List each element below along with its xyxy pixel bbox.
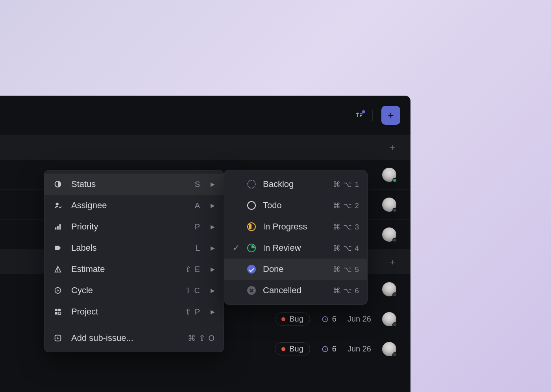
presence-dot [392, 178, 397, 183]
assignee-icon [53, 201, 63, 210]
menu-item-estimate[interactable]: Estimate⇧ E▶ [44, 259, 224, 280]
menu-item-shortcut: ⇧ P [185, 307, 200, 316]
chevron-right-icon: ▶ [211, 202, 215, 209]
status-option-label: In Review [263, 243, 326, 253]
chevron-right-icon: ▶ [211, 266, 215, 272]
indicator-dot [362, 110, 365, 113]
svg-rect-10 [55, 312, 57, 314]
menu-item-label: Assignee [71, 200, 186, 211]
toolbar [0, 96, 410, 135]
label-tag[interactable]: Bug [275, 312, 310, 325]
menu-item-label: Add sub-issue... [71, 333, 179, 343]
issue-date: Jun 26 [348, 344, 371, 353]
estimate-icon [53, 265, 63, 274]
menu-item-shortcut: L [196, 244, 200, 253]
chevron-right-icon: ▶ [211, 245, 215, 251]
cycle-number: 6 [332, 344, 337, 353]
toolbar-divider [372, 110, 373, 121]
status-option-label: Backlog [263, 179, 326, 189]
menu-item-shortcut: ⇧ C [185, 286, 200, 295]
svg-rect-9 [58, 309, 61, 311]
status-option-shortcut: ⌘ ⌥ 3 [333, 222, 359, 231]
menu-item-label: Labels [71, 243, 187, 253]
menu-item-project[interactable]: Project⇧ P▶ [44, 301, 224, 322]
presence-dot [392, 238, 397, 242]
menu-item-cycle[interactable]: Cycle⇧ C▶ [44, 280, 224, 301]
chevron-right-icon: ▶ [211, 181, 215, 187]
status-option-label: Todo [263, 200, 326, 211]
menu-item-add-sub-issue[interactable]: Add sub-issue...⌘ ⇧ O [44, 327, 224, 349]
svg-rect-8 [55, 309, 57, 311]
status-progress-icon [247, 222, 256, 231]
cycle-indicator[interactable]: 6 [321, 344, 337, 353]
status-option-progress[interactable]: In Progress⌘ ⌥ 3 [224, 216, 367, 237]
cycle-indicator[interactable]: 6 [321, 314, 337, 324]
status-option-shortcut: ⌘ ⌥ 1 [333, 180, 359, 189]
status-option-canceled[interactable]: Cancelled⌘ ⌥ 6 [224, 280, 367, 301]
menu-item-shortcut: S [195, 180, 200, 189]
menu-item-shortcut: P [195, 222, 200, 231]
presence-dot [392, 292, 397, 297]
menu-item-label: Status [71, 179, 186, 189]
project-icon [53, 307, 63, 316]
menu-item-shortcut: A [195, 201, 200, 210]
context-menu: StatusS▶AssigneeA▶PriorityP▶LabelsL▶Esti… [44, 170, 224, 352]
status-option-shortcut: ⌘ ⌥ 2 [333, 201, 359, 210]
assignee-avatar[interactable] [382, 282, 396, 296]
menu-item-label: Cycle [71, 285, 176, 296]
status-icon [53, 180, 63, 189]
status-review-icon [247, 244, 256, 252]
chevron-right-icon: ▶ [211, 309, 215, 315]
section-header [0, 135, 410, 160]
status-option-label: Cancelled [263, 285, 326, 296]
cycle-icon [53, 286, 63, 295]
svg-point-3 [56, 203, 59, 205]
status-option-backlog[interactable]: Backlog⌘ ⌥ 1 [224, 174, 367, 195]
svg-rect-4 [55, 227, 57, 230]
label-color-dot [281, 347, 285, 351]
status-option-review[interactable]: ✓In Review⌘ ⌥ 4 [224, 237, 367, 259]
menu-item-label: Project [71, 307, 176, 317]
issue-date: Jun 26 [348, 314, 371, 324]
menu-item-shortcut: ⇧ E [185, 264, 200, 274]
menu-item-label: Estimate [71, 264, 176, 274]
label-tag[interactable]: Bug [275, 342, 310, 355]
label-text: Bug [289, 344, 303, 353]
status-canceled-icon [247, 286, 256, 295]
labels-icon [53, 244, 63, 252]
status-option-done[interactable]: Done⌘ ⌥ 5 [224, 259, 367, 280]
status-done-icon [247, 265, 256, 274]
assignee-avatar[interactable] [382, 342, 396, 356]
sort-button[interactable] [355, 111, 364, 120]
presence-dot [392, 352, 397, 357]
menu-item-status[interactable]: StatusS▶ [44, 174, 224, 195]
assignee-avatar[interactable] [382, 312, 396, 326]
subissue-icon [53, 334, 63, 342]
menu-item-priority[interactable]: PriorityP▶ [44, 216, 224, 237]
svg-rect-5 [57, 226, 59, 229]
chevron-right-icon: ▶ [211, 224, 215, 230]
assignee-avatar[interactable] [382, 168, 396, 182]
menu-item-assignee[interactable]: AssigneeA▶ [44, 195, 224, 216]
status-submenu: Backlog⌘ ⌥ 1Todo⌘ ⌥ 2In Progress⌘ ⌥ 3✓In… [224, 170, 368, 305]
assignee-avatar[interactable] [382, 198, 396, 212]
status-backlog-icon [247, 180, 256, 189]
chevron-right-icon: ▶ [211, 287, 215, 294]
check-icon: ✓ [232, 243, 240, 253]
priority-icon [53, 222, 63, 231]
add-issue-to-section[interactable] [388, 258, 396, 266]
new-issue-button[interactable] [381, 106, 400, 125]
label-color-dot [281, 317, 285, 321]
label-text: Bug [289, 314, 303, 324]
svg-rect-11 [58, 312, 61, 314]
status-option-shortcut: ⌘ ⌥ 4 [333, 244, 359, 253]
status-option-todo[interactable]: Todo⌘ ⌥ 2 [224, 195, 367, 216]
menu-item-label: Priority [71, 222, 186, 232]
presence-dot [392, 322, 397, 327]
status-option-label: In Progress [263, 222, 326, 232]
add-issue-to-section[interactable] [388, 144, 396, 152]
menu-item-shortcut: ⌘ ⇧ O [188, 333, 215, 343]
menu-item-labels[interactable]: LabelsL▶ [44, 237, 224, 259]
svg-rect-6 [59, 224, 61, 230]
assignee-avatar[interactable] [382, 227, 396, 242]
